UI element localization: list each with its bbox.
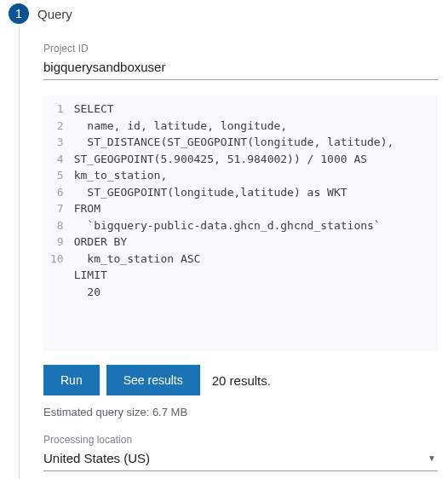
- line-number: 10: [50, 251, 64, 268]
- results-count: 20 results.: [212, 373, 271, 388]
- line-number: 5: [50, 167, 64, 184]
- line-number: 8: [50, 217, 64, 234]
- step-badge: 1: [9, 3, 29, 24]
- line-number: 7: [50, 200, 64, 217]
- line-number: 9: [50, 234, 64, 251]
- estimated-size: Estimated query size: 6.7 MB: [43, 406, 438, 418]
- project-id-field: Project ID: [43, 43, 438, 80]
- line-number: 2: [50, 118, 64, 135]
- line-number: 1: [50, 101, 64, 118]
- project-id-label: Project ID: [43, 43, 438, 55]
- line-number: 4: [50, 151, 64, 168]
- sql-editor[interactable]: 12345678910 SELECT name, id, latitude, l…: [43, 95, 438, 351]
- project-id-input[interactable]: [43, 56, 438, 80]
- line-number: 6: [50, 184, 64, 201]
- step-header: 1 Query: [5, 0, 448, 27]
- processing-location-value: United States (US): [43, 451, 150, 465]
- chevron-down-icon: ▼: [428, 453, 436, 463]
- code-area[interactable]: SELECT name, id, latitude, longitude, ST…: [71, 95, 438, 351]
- line-gutter: 12345678910: [43, 95, 71, 351]
- processing-location-select[interactable]: United States (US) ▼: [43, 447, 438, 471]
- line-number: 3: [50, 134, 64, 151]
- step-title: Query: [37, 7, 72, 21]
- see-results-button[interactable]: See results: [106, 365, 200, 395]
- run-button[interactable]: Run: [43, 365, 100, 395]
- processing-location-label: Processing location: [43, 434, 438, 446]
